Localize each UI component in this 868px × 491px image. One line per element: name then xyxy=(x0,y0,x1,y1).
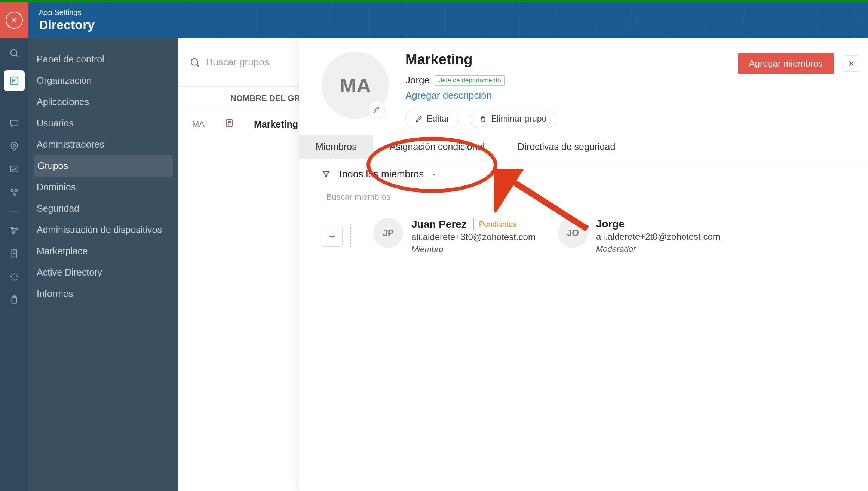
chart-icon[interactable] xyxy=(8,163,20,175)
edit-button-label: Editar xyxy=(427,114,449,124)
svg-point-9 xyxy=(16,228,17,230)
add-members-button[interactable]: Agregar miembros xyxy=(738,53,834,74)
svg-rect-14 xyxy=(226,120,232,126)
chat-icon[interactable] xyxy=(8,117,20,129)
sidebar-item-domains[interactable]: Dominios xyxy=(28,177,178,198)
modules-icon[interactable] xyxy=(8,187,20,199)
content-area: NOMBRE DEL GRUPO MA Marketing MA Marketi… xyxy=(178,38,868,491)
divider xyxy=(350,224,351,248)
member-email: ali.alderete+3t0@zohotest.com xyxy=(411,232,536,242)
group-avatar-initials: MA xyxy=(340,74,371,97)
clipboard-icon[interactable] xyxy=(8,294,20,306)
member-email: ali.alderete+2t0@zohotest.com xyxy=(596,231,720,242)
member-card[interactable]: JP Juan Perez Pendientes ali.alderete+3t… xyxy=(373,218,536,254)
pending-badge: Pendientes xyxy=(473,218,522,230)
group-avatar: MA xyxy=(322,52,389,119)
sidebar-item-active-directory[interactable]: Active Directory xyxy=(28,262,178,283)
extension-icon[interactable] xyxy=(8,271,20,283)
app-header: App Settings Directory xyxy=(0,2,868,38)
svg-rect-4 xyxy=(10,166,18,172)
network-icon[interactable] xyxy=(8,224,20,236)
filter-label[interactable]: Todos los miembros xyxy=(337,168,424,180)
sidebar-item-administrators[interactable]: Administradores xyxy=(28,134,178,155)
svg-point-8 xyxy=(11,227,12,228)
add-description-link[interactable]: Agregar descripción xyxy=(405,90,556,101)
sidebar-nav: Panel de control Organización Aplicacion… xyxy=(28,38,178,491)
sidebar-item-users[interactable]: Usuarios xyxy=(28,113,178,134)
sidebar-item-reports[interactable]: Informes xyxy=(28,283,178,304)
app-tile-active[interactable] xyxy=(4,70,25,91)
member-avatar: JP xyxy=(373,218,403,248)
sidebar-item-device-management[interactable]: Administración de dispositivos xyxy=(28,219,178,240)
tab-members[interactable]: Miembros xyxy=(299,135,373,159)
sidebar-item-groups[interactable]: Grupos xyxy=(34,155,173,177)
header-supertitle: App Settings xyxy=(39,8,95,17)
icon-rail xyxy=(0,38,28,491)
close-icon xyxy=(6,12,23,29)
member-role: Moderador xyxy=(596,244,720,254)
sidebar-item-marketplace[interactable]: Marketplace xyxy=(28,240,178,262)
search-icon xyxy=(189,57,200,68)
delete-group-button[interactable]: Eliminar grupo xyxy=(470,110,556,128)
sidebar-item-organization[interactable]: Organización xyxy=(28,70,178,91)
rail-separator xyxy=(9,211,19,212)
header-title: Directory xyxy=(39,18,95,32)
add-member-tile[interactable]: + xyxy=(322,226,343,247)
svg-point-5 xyxy=(11,189,13,191)
delete-button-label: Eliminar grupo xyxy=(491,114,546,124)
svg-point-7 xyxy=(13,193,16,196)
group-type-icon xyxy=(225,119,234,130)
tab-security-policies[interactable]: Directivas de seguridad xyxy=(501,135,632,159)
member-role: Miembro xyxy=(411,245,536,254)
rail-separator xyxy=(9,104,19,104)
edit-avatar-button[interactable] xyxy=(368,101,385,118)
trash-icon xyxy=(480,116,487,122)
group-detail-panel: MA Marketing Jorge Jefe de departamento … xyxy=(299,38,868,491)
svg-point-0 xyxy=(11,50,17,56)
group-owner: Jorge xyxy=(405,74,430,86)
svg-point-6 xyxy=(15,189,17,191)
header-close-button[interactable] xyxy=(0,2,28,38)
pencil-icon xyxy=(415,116,422,122)
sidebar-item-security[interactable]: Seguridad xyxy=(28,198,178,219)
search-icon[interactable] xyxy=(8,47,20,59)
member-avatar: JO xyxy=(558,218,588,248)
tab-conditional-assignment[interactable]: Asignación condicional xyxy=(373,135,501,159)
member-name: Juan Perez xyxy=(411,218,467,230)
detail-tabs: Miembros Asignación condicional Directiv… xyxy=(299,135,868,159)
sidebar-item-applications[interactable]: Aplicaciones xyxy=(28,91,178,113)
member-name: Jorge xyxy=(596,218,720,230)
svg-point-3 xyxy=(13,144,16,147)
member-search-input[interactable] xyxy=(322,189,441,205)
svg-point-13 xyxy=(191,59,198,65)
owner-role-badge: Jefe de departamento xyxy=(435,75,505,86)
filter-icon xyxy=(322,170,331,179)
member-card[interactable]: JO Jorge ali.alderete+2t0@zohotest.com M… xyxy=(558,218,720,254)
group-name: Marketing xyxy=(254,119,298,130)
group-title: Marketing xyxy=(405,52,556,68)
edit-button[interactable]: Editar xyxy=(405,110,459,128)
sidebar-item-dashboard[interactable]: Panel de control xyxy=(28,49,178,70)
close-panel-button[interactable] xyxy=(843,55,859,72)
chevron-down-icon[interactable] xyxy=(430,171,437,178)
group-abbr: MA xyxy=(192,119,205,129)
location-icon[interactable] xyxy=(8,140,20,152)
receipt-icon[interactable] xyxy=(8,248,20,260)
